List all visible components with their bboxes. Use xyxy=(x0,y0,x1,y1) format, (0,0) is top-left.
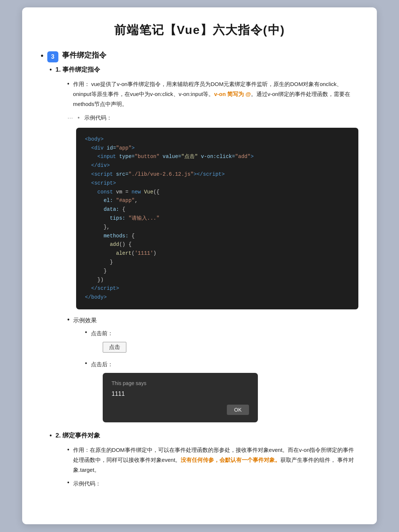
after-dot: • xyxy=(85,360,87,367)
highlight-von: v-on 简写为 @ xyxy=(214,91,251,97)
page-card: 前端笔记【Vue】六大指令(中) • 3 事件绑定指令 • 1. 事件绑定指令 … xyxy=(22,7,377,524)
sub1-header: • 1. 事件绑定指令 xyxy=(50,65,358,77)
effect-header: • 示例效果 xyxy=(67,315,358,326)
sub2-desc-bullet: • 作用：在原生的DOM事件绑定中，可以在事件处理函数的形参处，接收事件对象ev… xyxy=(67,445,358,475)
page-title: 前端笔记【Vue】六大指令(中) xyxy=(41,22,358,38)
subsection-1: • 1. 事件绑定指令 • 作用： vue提供了v-on事件绑定指令，用来辅助程… xyxy=(41,65,358,488)
effect-label: 示例效果 xyxy=(73,315,97,326)
example-label-bullet: … • 示例代码： xyxy=(67,113,358,123)
section-title: 事件绑定指令 xyxy=(62,50,106,60)
sub2-example-bullet: • 示例代码： xyxy=(67,478,358,488)
button-wrapper: 点击 xyxy=(85,342,358,353)
demo-click-button[interactable]: 点击 xyxy=(103,342,126,353)
alert-message: 1111 xyxy=(112,391,249,397)
after-section: • 点击后： This page says 1111 OK xyxy=(67,359,358,422)
sub2-highlight: 没有任何传参，会默认有一个事件对象。 xyxy=(181,457,280,463)
desc-text: 作用： vue提供了v-on事件绑定指令，用来辅助程序员为DOM元素绑定事件监听… xyxy=(73,79,358,109)
sub2-desc-block: • 作用：在原生的DOM事件绑定中，可以在事件处理函数的形参处，接收事件对象ev… xyxy=(50,445,358,488)
bullet-dot-2: • xyxy=(50,432,52,440)
example-code-label: 示例代码： xyxy=(84,114,112,121)
alert-title: This page says xyxy=(112,380,249,386)
alert-ok-button[interactable]: OK xyxy=(227,405,249,415)
before-bullet: • 点击前： xyxy=(85,328,358,338)
sub2-desc-text: 作用：在原生的DOM事件绑定中，可以在事件处理函数的形参处，接收事件对象even… xyxy=(73,445,358,475)
example-label-row: … • 示例代码： xyxy=(67,113,358,123)
alert-wrapper: This page says 1111 OK xyxy=(85,373,358,422)
after-bullet: • 点击后： xyxy=(85,359,358,369)
before-label: 点击前： xyxy=(91,328,113,338)
before-dot: • xyxy=(85,329,87,336)
section-header-row: • 3 事件绑定指令 xyxy=(41,50,358,63)
before-section: • 点击前： 点击 xyxy=(67,328,358,353)
alert-dialog: This page says 1111 OK xyxy=(103,373,258,422)
bullet-filled: • xyxy=(41,51,44,61)
dots-icon: … xyxy=(67,113,74,120)
sub1-desc-block: • 作用： vue提供了v-on事件绑定指令，用来辅助程序员为DOM元素绑定事件… xyxy=(50,79,358,422)
sub2-title: 2. 绑定事件对象 xyxy=(55,431,100,440)
sub1-title: 1. 事件绑定指令 xyxy=(55,65,100,74)
after-label: 点击后： xyxy=(91,359,113,369)
alert-footer: OK xyxy=(112,405,249,415)
effect-bullet: • xyxy=(67,316,69,324)
bullet-dot-example2: • xyxy=(67,479,69,486)
subsection-2-wrapper: • 2. 绑定事件对象 • 作用：在原生的DOM事件绑定中，可以在事件处理函数的… xyxy=(50,431,358,488)
sub2-example-label: 示例代码： xyxy=(73,478,101,488)
sub2-header: • 2. 绑定事件对象 xyxy=(50,431,358,443)
effect-section: • 示例效果 • 点击前： 点击 xyxy=(67,315,358,422)
section-badge: 3 xyxy=(47,51,58,62)
code-block-wrapper: <body> <div id="app"> <input type="butto… xyxy=(67,128,358,309)
code-block: <body> <div id="app"> <input type="butto… xyxy=(76,128,358,309)
bullet-dot-sub2: • xyxy=(67,446,69,453)
example-label: • 示例代码： xyxy=(78,113,112,123)
bullet-dot-desc: • xyxy=(67,80,69,87)
desc-bullet: • 作用： vue提供了v-on事件绑定指令，用来辅助程序员为DOM元素绑定事件… xyxy=(67,79,358,109)
section-3: • 3 事件绑定指令 • 1. 事件绑定指令 • 作用： vue提供了v-on事… xyxy=(41,50,358,488)
bullet-dot-1: • xyxy=(50,66,52,74)
